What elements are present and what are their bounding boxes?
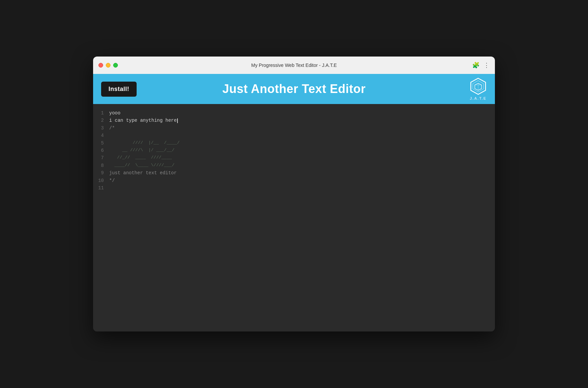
install-button[interactable]: Install!: [101, 82, 137, 97]
code-line: 9 just another text editor: [93, 169, 495, 177]
line-number: 6: [93, 147, 109, 154]
jate-label: J.A.T.E: [470, 96, 487, 100]
editor-area[interactable]: 1 yooo 2 i can type anything here 3 /* 4…: [93, 104, 495, 331]
code-line: 2 i can type anything here: [93, 117, 495, 124]
line-content: [109, 184, 112, 192]
close-button[interactable]: [98, 63, 103, 68]
line-content: //_// ____ ////____: [109, 154, 172, 161]
code-line: 8 ____// \____ \////___/: [93, 162, 495, 169]
app-header: Install! Just Another Text Editor J.A.T.…: [93, 74, 495, 104]
app-title: Just Another Text Editor: [222, 82, 366, 96]
code-line: 1 yooo: [93, 109, 495, 117]
line-content: ____// \____ \////___/: [109, 162, 174, 169]
code-line: 6 __ ////\ |/ ___/__/: [93, 147, 495, 154]
code-line: 11: [93, 184, 495, 192]
line-number: 11: [93, 184, 109, 192]
extensions-icon[interactable]: 🧩: [472, 62, 480, 69]
line-content: */: [109, 177, 115, 184]
line-content: [109, 132, 112, 139]
jate-logo: J.A.T.E: [469, 78, 487, 100]
line-content: yooo: [109, 109, 121, 117]
line-number: 3: [93, 124, 109, 132]
minimize-button[interactable]: [106, 63, 111, 68]
maximize-button[interactable]: [113, 63, 118, 68]
line-content: __ ////\ |/ ___/__/: [109, 147, 174, 154]
line-number: 2: [93, 117, 109, 124]
browser-window: My Progressive Web Text Editor - J.A.T.E…: [93, 57, 495, 331]
code-line: 10 */: [93, 177, 495, 184]
title-bar: My Progressive Web Text Editor - J.A.T.E…: [93, 57, 495, 74]
line-number: 1: [93, 109, 109, 117]
code-line: 7 //_// ____ ////____: [93, 154, 495, 162]
line-number: 8: [93, 162, 109, 169]
line-number: 9: [93, 169, 109, 177]
code-line: 5 //// |/__ /____/: [93, 139, 495, 147]
code-line: 3 /*: [93, 124, 495, 132]
line-number: 5: [93, 139, 109, 147]
code-line: 4: [93, 132, 495, 139]
line-number: 7: [93, 154, 109, 162]
line-content: /*: [109, 124, 115, 132]
window-title: My Progressive Web Text Editor - J.A.T.E: [251, 63, 337, 68]
line-content: //// |/__ /____/: [109, 139, 180, 147]
title-bar-icons: 🧩 ⋮: [472, 62, 490, 69]
menu-icon[interactable]: ⋮: [484, 62, 490, 69]
traffic-lights: [98, 63, 118, 68]
line-number: 4: [93, 132, 109, 139]
line-number: 10: [93, 177, 109, 184]
jate-hexagon-icon: [469, 78, 487, 95]
line-content: i can type anything here: [109, 117, 178, 124]
line-content: just another text editor: [109, 169, 177, 177]
